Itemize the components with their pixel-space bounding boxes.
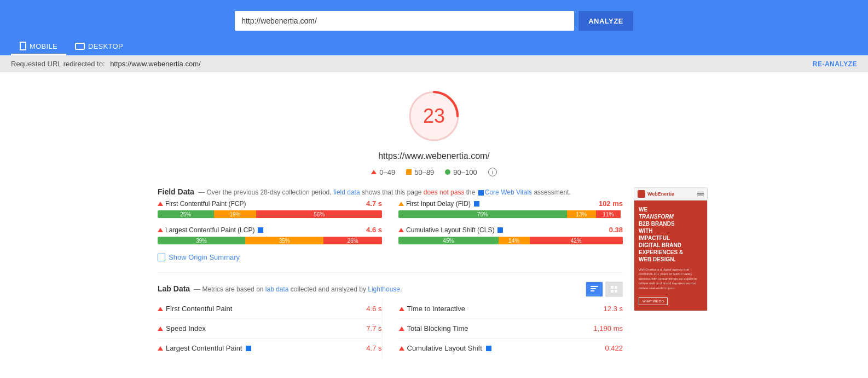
site-preview: WebEnertia WE TRANSFORM B2B BRANDS WITH … xyxy=(634,187,708,311)
lab-cls-label: Cumulative Layout Shift xyxy=(399,344,493,352)
preview-headline-line6: DIGITAL BRAND xyxy=(639,242,681,248)
does-not-pass: does not pass xyxy=(424,188,465,196)
preview-headline: WE TRANSFORM B2B BRANDS WITH IMPACTFUL D… xyxy=(639,206,703,263)
score-url: https://www.webenertia.com/ xyxy=(378,151,490,161)
lab-metric-tbt: Total Blocking Time 1,190 ms xyxy=(399,319,623,339)
lab-tti-label: Time to Interactive xyxy=(399,305,465,313)
url-input[interactable] xyxy=(235,11,574,31)
bar-green: 25% xyxy=(158,210,214,218)
field-metrics-grid: First Contentful Paint (FCP) 4.7 s 25% 1… xyxy=(158,199,623,244)
core-web-vitals-link[interactable]: Core Web Vitals xyxy=(477,188,532,196)
metric-lcp-bar: 39% 35% 26% xyxy=(158,237,382,244)
lab-header-row: Lab Data — Metrics are based on lab data… xyxy=(158,282,623,297)
lab-metric-speed-index: Speed Index 7.7 s xyxy=(158,319,382,339)
bar-orange: 35% xyxy=(245,237,324,244)
metric-cls-label: Cumulative Layout Shift (CLS) xyxy=(398,226,504,234)
tab-desktop[interactable]: DESKTOP xyxy=(66,38,132,55)
right-panel: WebEnertia WE TRANSFORM B2B BRANDS WITH … xyxy=(634,187,710,358)
lab-data-title: Lab Data xyxy=(158,284,190,293)
legend-info-icon[interactable]: i xyxy=(488,168,497,176)
preview-body: WE TRANSFORM B2B BRANDS WITH IMPACTFUL D… xyxy=(634,201,707,311)
left-panel: Field Data — Over the previous 28-day co… xyxy=(158,187,623,358)
metric-fid: First Input Delay (FID) 102 ms 75% 13% 1… xyxy=(398,199,623,218)
field-data-title: Field Data — Over the previous 28-day co… xyxy=(158,187,623,197)
score-value: 23 xyxy=(423,105,445,128)
metric-cls-value: 0.38 xyxy=(609,226,623,234)
metric-fcp: First Contentful Paint (FCP) 4.7 s 25% 1… xyxy=(158,199,382,218)
legend-50-89-label: 50–89 xyxy=(414,168,434,176)
list-view-icon xyxy=(591,286,598,293)
view-toggle xyxy=(586,282,623,297)
tab-mobile[interactable]: MOBILE xyxy=(11,37,66,55)
show-origin-checkbox[interactable] xyxy=(158,254,165,261)
bar-green: 45% xyxy=(398,237,499,244)
bar-red: 11% xyxy=(596,210,621,218)
lab-metric-tti: Time to Interactive 12.3 s xyxy=(399,299,623,319)
tab-desktop-label: DESKTOP xyxy=(88,42,123,50)
preview-header: WebEnertia xyxy=(634,188,707,201)
metric-fcp-value: 4.7 s xyxy=(366,199,382,208)
preview-logo: WebEnertia xyxy=(638,190,674,198)
preview-subtext: WebEnertia is a digital agency that comb… xyxy=(639,267,703,290)
metric-lcp: Largest Contentful Paint (LCP) 4.6 s 39%… xyxy=(158,226,382,244)
field-data-link[interactable]: field data xyxy=(333,188,360,196)
bar-red: 42% xyxy=(530,237,623,244)
bar-orange: 13% xyxy=(567,210,596,218)
preview-headline-line1: WE xyxy=(639,207,647,213)
bar-orange: 14% xyxy=(499,237,530,244)
preview-cta-button: WHAT WE DO xyxy=(639,297,668,305)
lab-fcp-value: 4.6 s xyxy=(366,305,381,313)
metric-fcp-label: First Contentful Paint (FCP) xyxy=(158,200,246,208)
lab-tbt-label: Total Blocking Time xyxy=(399,324,468,333)
toggle-grid-view[interactable] xyxy=(605,282,623,297)
lab-metric-fcp: First Contentful Paint 4.6 s xyxy=(158,299,382,319)
legend-50-89: 50–89 xyxy=(406,168,434,176)
preview-headline-line3: B2B BRANDS xyxy=(639,221,675,227)
data-area: Field Data — Over the previous 28-day co… xyxy=(147,187,721,358)
redirect-url: https://www.webenertia.com/ xyxy=(110,60,200,68)
legend-0-49: 0–49 xyxy=(371,168,395,176)
grid-view-icon xyxy=(611,286,617,293)
lab-metrics-wrapper: First Contentful Paint 4.6 s Speed Index… xyxy=(158,299,623,358)
lab-fcp-label: First Contentful Paint xyxy=(158,305,232,313)
score-section: 23 https://www.webenertia.com/ 0–49 50–8… xyxy=(0,72,868,187)
header: ANALYZE MOBILE DESKTOP xyxy=(0,0,868,55)
preview-logo-icon xyxy=(638,190,645,198)
section-divider xyxy=(158,272,623,273)
lab-tbt-value: 1,190 ms xyxy=(594,324,623,333)
metric-fcp-bar: 25% 19% 56% xyxy=(158,210,382,218)
bar-green: 39% xyxy=(158,237,245,244)
show-origin-row: Show Origin Summary xyxy=(158,253,623,261)
score-circle: 23 xyxy=(407,89,461,144)
preview-headline-line2: TRANSFORM xyxy=(639,214,674,220)
lab-col-right: Time to Interactive 12.3 s Total Blockin… xyxy=(382,299,623,358)
preview-menu-icon xyxy=(697,192,704,197)
metric-fid-bar: 75% 13% 11% xyxy=(398,210,623,218)
lab-speed-label: Speed Index xyxy=(158,324,206,333)
url-bar-row: ANALYZE xyxy=(235,7,633,37)
lab-col-left: First Contentful Paint 4.6 s Speed Index… xyxy=(158,299,382,358)
lab-data-link[interactable]: lab data xyxy=(265,285,289,293)
metric-lcp-value: 4.6 s xyxy=(366,226,382,234)
preview-headline-line5: IMPACTFUL xyxy=(639,235,670,241)
score-legend: 0–49 50–89 90–100 i xyxy=(371,168,496,176)
bar-orange: 19% xyxy=(214,210,257,218)
lighthouse-link[interactable]: Lighthouse xyxy=(368,285,400,293)
lab-title-desc: Lab Data — Metrics are based on lab data… xyxy=(158,284,586,294)
lab-metric-cls: Cumulative Layout Shift 0.422 xyxy=(399,339,623,358)
show-origin-label[interactable]: Show Origin Summary xyxy=(169,253,240,261)
field-data-section: Field Data — Over the previous 28-day co… xyxy=(158,187,623,261)
toggle-list-view[interactable] xyxy=(586,282,603,297)
main-content: 23 https://www.webenertia.com/ 0–49 50–8… xyxy=(0,72,868,378)
preview-headline-line7: EXPERIENCES & xyxy=(639,249,683,255)
analyze-button[interactable]: ANALYZE xyxy=(578,11,633,31)
lab-lcp-label: Largest Contentful Paint xyxy=(158,344,252,352)
legend-0-49-label: 0–49 xyxy=(379,168,395,176)
reanalyze-button[interactable]: RE-ANALYZE xyxy=(813,60,857,68)
metric-fid-label: First Input Delay (FID) xyxy=(398,200,481,208)
bar-red: 56% xyxy=(256,210,382,218)
tab-mobile-label: MOBILE xyxy=(30,42,57,50)
lab-data-section: Lab Data — Metrics are based on lab data… xyxy=(158,282,623,358)
lab-metric-lcp: Largest Contentful Paint 4.7 s xyxy=(158,339,382,358)
lab-tti-value: 12.3 s xyxy=(604,305,623,313)
